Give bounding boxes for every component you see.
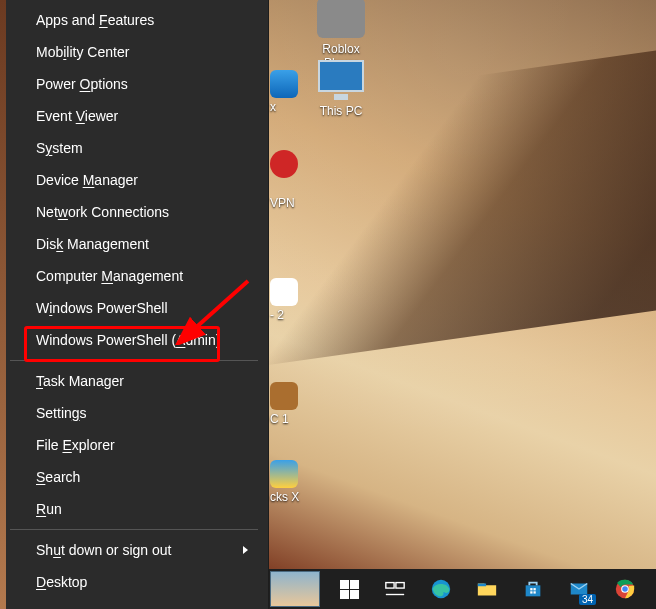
menu-separator: [10, 360, 258, 361]
menu-item-file-explorer[interactable]: File Explorer: [0, 429, 268, 461]
taskbar-edge[interactable]: [418, 569, 464, 609]
desktop-icon-partial-vpn[interactable]: VPN: [270, 196, 300, 210]
winx-power-menu: Apps and FeaturesMobility CenterPower Op…: [0, 0, 269, 609]
menu-item-label: Mobility Center: [36, 44, 129, 60]
menu-item-label: Apps and Features: [36, 12, 154, 28]
menu-item-label: Windows PowerShell (Admin): [36, 332, 220, 348]
menu-item-label: Device Manager: [36, 172, 138, 188]
menu-item-powershell[interactable]: Windows PowerShell: [0, 292, 268, 324]
menu-item-device-manager[interactable]: Device Manager: [0, 164, 268, 196]
menu-item-label: Event Viewer: [36, 108, 118, 124]
svg-rect-1: [386, 583, 394, 589]
menu-item-label: Windows PowerShell: [36, 300, 168, 316]
roblox-icon: [317, 0, 365, 38]
taskbar-thumbnail[interactable]: [270, 571, 320, 607]
menu-item-label: Disk Management: [36, 236, 149, 252]
menu-item-settings[interactable]: Settings: [0, 397, 268, 429]
svg-rect-2: [396, 583, 404, 589]
generic-app-icon: [270, 70, 298, 98]
taskbar-start-button[interactable]: [326, 569, 372, 609]
desktop-icon-label-fragment: cks X: [270, 490, 299, 504]
menu-item-computer-management[interactable]: Computer Management: [0, 260, 268, 292]
menu-item-network-connections[interactable]: Network Connections: [0, 196, 268, 228]
svg-rect-6: [530, 588, 532, 590]
menu-item-shutdown-signout[interactable]: Shut down or sign out: [0, 534, 268, 566]
taskbar-task-view[interactable]: [372, 569, 418, 609]
chrome-icon: [614, 578, 636, 600]
menu-item-label: Task Manager: [36, 373, 124, 389]
mail-badge: 34: [579, 594, 596, 605]
desktop-icon-partial-ksx[interactable]: cks X: [270, 460, 300, 504]
generic-app-icon: [270, 382, 298, 410]
windows-logo-icon: [340, 580, 359, 599]
task-view-icon: [384, 578, 406, 600]
menu-item-label: Desktop: [36, 574, 87, 590]
desktop-icon-partial-red[interactable]: [270, 150, 300, 180]
wallpaper-left-strip: [0, 0, 6, 609]
desktop-icon-label-fragment: C 1: [270, 412, 289, 426]
menu-item-label: Search: [36, 469, 80, 485]
desktop-icon-label-fragment: - 2: [270, 308, 284, 322]
desktop-icon-label-fragment: x: [270, 100, 276, 114]
menu-item-power-options[interactable]: Power Options: [0, 68, 268, 100]
taskbar-mail[interactable]: 34: [556, 569, 602, 609]
desktop-icon-label: This PC: [320, 104, 363, 118]
edge-icon: [430, 578, 452, 600]
svg-rect-7: [533, 588, 535, 590]
store-icon: [522, 578, 544, 600]
desktop-icon-partial-blue[interactable]: x: [270, 70, 300, 114]
desktop-icon-this-pc[interactable]: This PC: [304, 60, 378, 118]
desktop-icon-label-fragment: VPN: [270, 196, 295, 210]
taskbar: 34: [268, 569, 656, 609]
desktop-icon-partial-2[interactable]: - 2: [270, 278, 300, 322]
taskbar-store[interactable]: [510, 569, 556, 609]
desktop-icons-area: Roblox Player This PC x VPN - 2 C 1 cks …: [272, 0, 656, 569]
desktop-icon-partial-c1[interactable]: C 1: [270, 382, 300, 426]
menu-item-desktop[interactable]: Desktop: [0, 566, 268, 598]
menu-item-mobility-center[interactable]: Mobility Center: [0, 36, 268, 68]
menu-item-label: System: [36, 140, 83, 156]
menu-item-label: Power Options: [36, 76, 128, 92]
menu-item-event-viewer[interactable]: Event Viewer: [0, 100, 268, 132]
generic-app-icon: [270, 278, 298, 306]
menu-item-search[interactable]: Search: [0, 461, 268, 493]
chevron-right-icon: [243, 546, 248, 554]
menu-item-label: Shut down or sign out: [36, 542, 171, 558]
generic-app-icon: [270, 150, 298, 178]
menu-item-system[interactable]: System: [0, 132, 268, 164]
menu-item-label: File Explorer: [36, 437, 115, 453]
svg-point-13: [622, 586, 628, 592]
menu-item-label: Run: [36, 501, 62, 517]
menu-item-label: Computer Management: [36, 268, 183, 284]
menu-item-label: Network Connections: [36, 204, 169, 220]
menu-item-powershell-admin[interactable]: Windows PowerShell (Admin): [0, 324, 268, 356]
file-explorer-icon: [476, 578, 498, 600]
menu-separator: [10, 529, 258, 530]
taskbar-file-explorer[interactable]: [464, 569, 510, 609]
menu-item-label: Settings: [36, 405, 87, 421]
generic-app-icon: [270, 460, 298, 488]
this-pc-icon: [317, 60, 365, 100]
menu-item-disk-management[interactable]: Disk Management: [0, 228, 268, 260]
menu-item-task-manager[interactable]: Task Manager: [0, 365, 268, 397]
menu-item-run[interactable]: Run: [0, 493, 268, 525]
svg-rect-9: [533, 591, 535, 593]
svg-rect-8: [530, 591, 532, 593]
svg-rect-5: [478, 584, 486, 587]
taskbar-chrome[interactable]: [602, 569, 648, 609]
menu-item-apps-features[interactable]: Apps and Features: [0, 4, 268, 36]
